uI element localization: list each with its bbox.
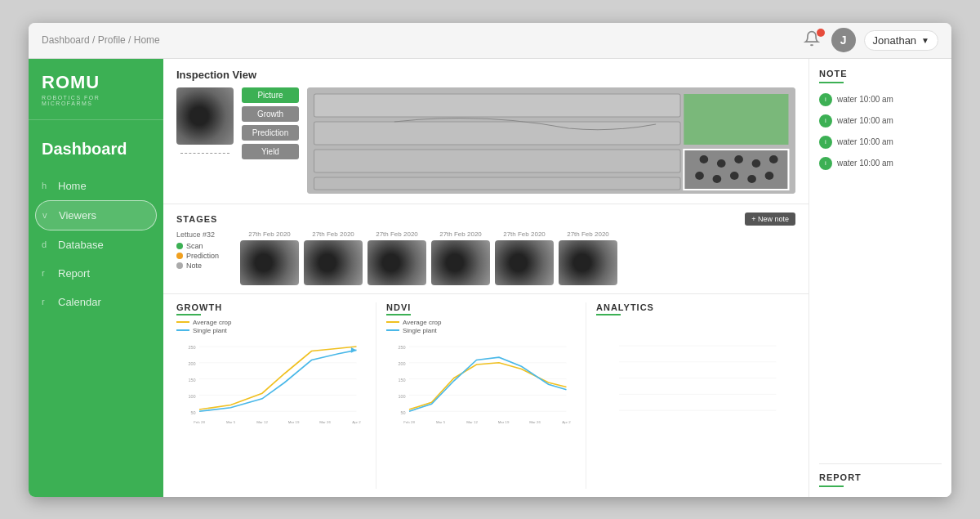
prediction-label: Prediction	[186, 252, 219, 260]
nav-key-home: h	[42, 181, 51, 190]
stage-thumb-3	[368, 240, 426, 285]
note-icon-2: i	[819, 114, 832, 128]
stage-thumb-4	[431, 240, 490, 285]
prediction-dot	[176, 253, 183, 259]
svg-point-13	[713, 175, 722, 183]
breadcrumb: Dashboard / Profile / Home	[42, 34, 160, 46]
avatar: J	[831, 28, 856, 52]
note-icon-4: i	[819, 157, 832, 170]
stage-date-3: 27th Feb 2020	[376, 230, 418, 238]
stage-thumb-6	[559, 240, 617, 285]
svg-point-9	[734, 155, 743, 163]
note-text-2: water 10:00 am	[837, 116, 893, 125]
top-right-controls: J Jonathan ▼	[804, 28, 938, 52]
ndvi-chart-title: NDVI	[386, 302, 576, 312]
svg-text:Feb 28: Feb 28	[194, 419, 205, 423]
note-icon-1: i	[819, 93, 832, 106]
nav-label-home: Home	[58, 180, 87, 192]
avg-crop-label: Average crop	[193, 319, 231, 326]
stages-title: STAGES	[176, 214, 217, 224]
sidebar: ROMU ROBOTICS FOR MICROFARMS Dashboard h…	[29, 59, 163, 497]
nav-label-database: Database	[58, 239, 104, 251]
stage-item-5[interactable]: 27th Feb 2020	[495, 230, 554, 285]
analytics-chart-underline	[596, 314, 621, 315]
growth-button[interactable]: Growth	[242, 106, 299, 122]
ndvi-single-label: Single plant	[403, 327, 437, 334]
ndvi-chart-svg: 250 200 150 100 50 Feb 28 Mar 5	[386, 338, 576, 427]
svg-point-16	[765, 172, 774, 180]
note-item-3: i water 10:00 am	[819, 136, 942, 149]
svg-text:200: 200	[188, 361, 195, 366]
svg-rect-5	[684, 94, 788, 145]
nav-key-database: d	[42, 239, 51, 249]
report-title: REPORT	[819, 472, 942, 482]
stage-item-2[interactable]: 27th Feb 2020	[304, 230, 363, 285]
legend-note: Note	[176, 262, 225, 270]
svg-text:50: 50	[190, 409, 195, 414]
stage-item-4[interactable]: 27th Feb 2020	[431, 230, 490, 285]
stage-date-5: 27th Feb 2020	[503, 230, 546, 238]
note-dot	[176, 262, 183, 269]
growth-chart-underline	[176, 314, 201, 315]
stage-date-4: 27th Feb 2020	[439, 230, 482, 238]
svg-text:100: 100	[188, 393, 195, 398]
legend-scan: Scan	[176, 242, 225, 250]
svg-text:Mar 19: Mar 19	[498, 419, 510, 423]
scan-dot	[176, 243, 183, 249]
stage-items-container: 27th Feb 2020 27th Feb 2020 27th Feb 202…	[240, 230, 795, 285]
svg-text:Apr 2: Apr 2	[352, 419, 361, 423]
prediction-button[interactable]: Prediction	[242, 125, 299, 141]
sidebar-item-viewers[interactable]: v Viewers	[35, 200, 157, 230]
stage-thumb-5	[495, 240, 554, 285]
svg-point-12	[695, 172, 704, 180]
ndvi-chart-underline	[386, 314, 411, 315]
note-text-3: water 10:00 am	[837, 137, 893, 146]
content-area: Inspection View Pic	[163, 59, 951, 497]
yield-button[interactable]: Yield	[242, 144, 299, 159]
svg-text:250: 250	[188, 345, 195, 350]
user-dropdown[interactable]: Jonathan ▼	[864, 30, 938, 51]
sidebar-item-calendar[interactable]: r Calendar	[29, 288, 163, 316]
svg-point-11	[769, 155, 778, 163]
stages-header: STAGES + New note	[176, 213, 795, 226]
new-note-button[interactable]: + New note	[745, 213, 795, 226]
report-underline	[819, 485, 844, 487]
ndvi-legend-single: Single plant	[386, 327, 576, 334]
ndvi-single-line-icon	[386, 329, 399, 331]
single-plant-line-icon	[176, 329, 189, 331]
stage-item-1[interactable]: 27th Feb 2020	[240, 230, 299, 285]
svg-point-10	[752, 159, 761, 168]
svg-text:Mar 5: Mar 5	[226, 419, 236, 423]
analytics-chart-block: ANALYTICS	[596, 302, 795, 489]
ndvi-chart-legend: Average crop Single plant	[386, 319, 576, 334]
sidebar-item-report[interactable]: r Report	[29, 259, 163, 288]
stage-date-1: 27th Feb 2020	[248, 230, 291, 238]
notification-badge	[817, 29, 825, 37]
svg-point-7	[700, 155, 709, 163]
svg-text:100: 100	[398, 393, 405, 398]
stage-item-6[interactable]: 27th Feb 2020	[559, 230, 617, 285]
stage-item-3[interactable]: 27th Feb 2020	[368, 230, 426, 285]
growth-chart-block: GROWTH Average crop Single plant	[176, 302, 376, 489]
logo: ROMU	[42, 72, 150, 93]
note-text-4: water 10:00 am	[837, 159, 893, 168]
avg-crop-line-icon	[176, 321, 189, 323]
sidebar-item-database[interactable]: d Database	[29, 230, 163, 259]
svg-point-8	[717, 159, 726, 168]
notification-icon[interactable]	[804, 30, 823, 50]
sidebar-item-home[interactable]: h Home	[29, 172, 163, 200]
inspection-section: Inspection View Pic	[163, 59, 808, 204]
svg-rect-4	[314, 177, 681, 190]
view-buttons: Picture Growth Prediction Yield	[242, 87, 299, 159]
svg-text:Feb 28: Feb 28	[403, 419, 415, 423]
svg-text:150: 150	[398, 377, 405, 382]
analytics-chart-title: ANALYTICS	[596, 302, 786, 312]
right-panel: NOTE i water 10:00 am i water 10:00 am i…	[808, 59, 951, 497]
ndvi-chart-block: NDVI Average crop Single plant	[386, 302, 586, 489]
picture-button[interactable]: Picture	[242, 87, 299, 103]
note-item-1: i water 10:00 am	[819, 93, 942, 106]
stage-date-6: 27th Feb 2020	[567, 230, 609, 238]
charts-section: GROWTH Average crop Single plant	[163, 294, 808, 497]
logo-subtitle: ROBOTICS FOR MICROFARMS	[42, 95, 150, 106]
note-item-4: i water 10:00 am	[819, 157, 942, 170]
